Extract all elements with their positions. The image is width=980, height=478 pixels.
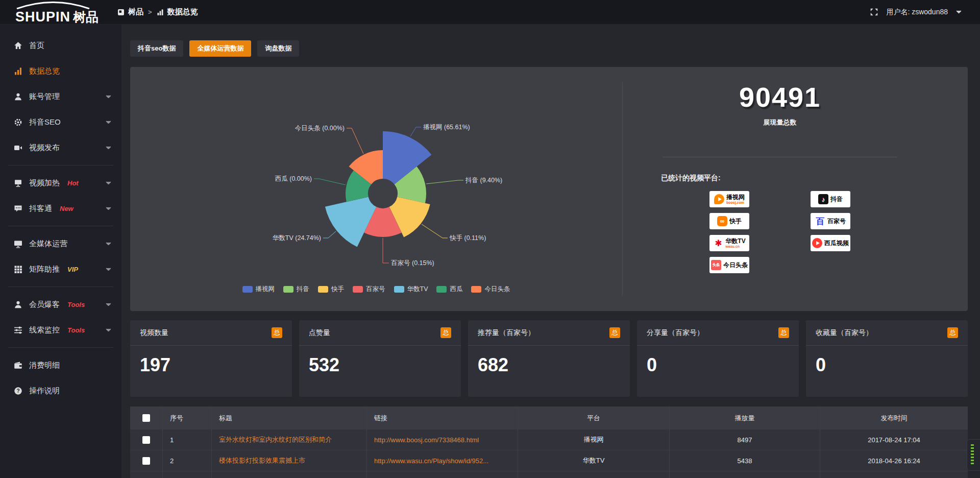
sidebar: 首页数据总览账号管理抖音SEO视频发布视频加热Hot抖客通New全媒体运营矩阵助… <box>0 25 121 478</box>
sidebar-item-账号管理[interactable]: 账号管理 <box>0 84 121 109</box>
sidebar-divider <box>8 165 113 165</box>
legend-item-抖音[interactable]: 抖音 <box>283 285 309 294</box>
sidebar-item-label: 会员爆客 <box>29 300 60 309</box>
sidebar-item-消费明细[interactable]: 消费明细 <box>0 352 121 378</box>
cell-plays: 5438 <box>670 450 820 471</box>
pie-label: 今日头条 (0.00%) <box>295 125 345 132</box>
total-badge[interactable]: 总 <box>609 327 620 338</box>
pie-label: 快手 (0.11%) <box>449 234 486 242</box>
stat-card-header: 点赞量总 <box>299 320 461 346</box>
sidebar-item-全媒体运营[interactable]: 全媒体运营 <box>0 231 121 256</box>
fullscreen-icon[interactable] <box>870 8 878 16</box>
sidebar-item-label: 矩阵助推 <box>29 265 60 274</box>
cell-link[interactable]: http://www.wasu.cn/Play/show/id/952... <box>367 450 518 471</box>
stat-card-分享量（百家号）: 分享量（百家号）总0 <box>637 320 799 397</box>
pie-slice-华数TV[interactable] <box>325 197 377 247</box>
legend-item-播视网[interactable]: 播视网 <box>242 285 275 294</box>
tab-抖音seo数据[interactable]: 抖音seo数据 <box>130 40 183 57</box>
row-checkbox[interactable] <box>142 457 150 465</box>
app-logo[interactable]: SHUPIN 树品 <box>0 0 117 25</box>
platform-logo-baijiahao[interactable]: 百百家号 <box>811 213 850 229</box>
tab-询盘数据[interactable]: 询盘数据 <box>257 40 299 57</box>
legend-item-西瓜[interactable]: 西瓜 <box>436 285 462 294</box>
gear-icon <box>14 118 22 127</box>
platform-logo-kuaishou[interactable]: ∞快手 <box>709 213 749 229</box>
breadcrumb-current[interactable]: 数据总览 <box>167 7 198 17</box>
platform-sub: wasu.cn <box>725 245 740 248</box>
legend-swatch <box>436 286 447 293</box>
table-row-partial <box>130 471 968 478</box>
legend-label: 抖音 <box>297 285 309 294</box>
xigua-icon <box>812 238 822 248</box>
total-badge[interactable]: 总 <box>778 327 789 338</box>
legend-label: 播视网 <box>256 285 275 294</box>
sidebar-item-label: 视频发布 <box>29 143 60 153</box>
username[interactable]: 用户名: zswodun88 <box>886 8 948 17</box>
total-badge[interactable]: 总 <box>947 327 958 338</box>
logo-text: SHUPIN <box>15 9 70 25</box>
cell-link[interactable]: http://www.boosj.com/7338468.html <box>367 429 518 450</box>
total-badge[interactable]: 总 <box>272 327 282 338</box>
boosj-icon <box>714 194 724 204</box>
legend-item-今日头条[interactable]: 今日头条 <box>471 285 510 294</box>
legend-item-百家号[interactable]: 百家号 <box>353 285 385 294</box>
legend-label: 百家号 <box>366 285 385 294</box>
platform-logo-wasu[interactable]: ✱华数TVwasu.cn <box>709 235 749 251</box>
platform-logo-boosj[interactable]: 播视网boosj.com <box>709 191 749 207</box>
stat-card-value: 532 <box>299 346 461 376</box>
breadcrumb-home[interactable]: 树品 <box>128 7 143 17</box>
legend-label: 华数TV <box>407 285 428 294</box>
sidebar-item-矩阵助推[interactable]: 矩阵助推VIP <box>0 256 121 282</box>
chevron-down-icon <box>106 146 111 150</box>
table-row: 2楼体投影灯投影效果震撼上市http://www.wasu.cn/Play/sh… <box>130 450 968 471</box>
floating-widget[interactable] <box>967 439 980 471</box>
sidebar-item-抖客通[interactable]: 抖客通New <box>0 196 121 221</box>
column-header-发布时间: 发布时间 <box>820 407 968 429</box>
legend-item-华数TV[interactable]: 华数TV <box>394 285 428 294</box>
topbar-right: 用户名: zswodun88 <box>870 8 980 17</box>
total-badge[interactable]: 总 <box>440 327 451 338</box>
platform-name: 快手 <box>729 218 742 225</box>
column-header-平台: 平台 <box>518 407 670 429</box>
table-header-row: 序号标题链接平台播放量发布时间 <box>130 407 968 429</box>
sidebar-item-视频发布[interactable]: 视频发布 <box>0 135 121 160</box>
sidebar-item-线索监控[interactable]: 线索监控Tools <box>0 317 121 343</box>
cell-title[interactable]: 楼体投影灯投影效果震撼上市 <box>212 450 367 471</box>
platform-logo-xigua[interactable]: 西瓜视频 <box>811 235 850 251</box>
platform-name: 华数TV <box>725 238 745 245</box>
cell-no: 2 <box>163 450 212 471</box>
platform-logo-toutiao[interactable]: 头条今日头条 <box>709 257 749 273</box>
stat-card-点赞量: 点赞量总532 <box>299 320 461 397</box>
user-icon <box>14 92 22 101</box>
pie-label: 百家号 (0.15%) <box>391 259 434 267</box>
summary-panel: 90491 展现量总数 已统计的视频平台: 播视网boosj.com♪抖音∞快手… <box>623 67 968 311</box>
checkbox-cell <box>130 450 163 471</box>
sidebar-item-抖音SEO[interactable]: 抖音SEO <box>0 109 121 135</box>
legend-swatch <box>394 286 404 293</box>
stat-card-header: 分享量（百家号）总 <box>637 320 799 346</box>
legend-label: 西瓜 <box>450 285 462 294</box>
toutiao-icon: 头条 <box>711 260 721 270</box>
row-checkbox[interactable] <box>142 414 150 422</box>
tab-bar: 抖音seo数据全媒体运营数据询盘数据 <box>130 40 968 57</box>
home-icon <box>14 41 22 50</box>
cell-time: 2018-04-26 16:24 <box>820 450 968 471</box>
row-checkbox[interactable] <box>142 436 150 444</box>
sidebar-item-数据总览[interactable]: 数据总览 <box>0 58 121 84</box>
floating-widget-bar <box>971 444 974 466</box>
chevron-down-icon[interactable] <box>956 10 962 14</box>
stat-cards: 视频数量总197点赞量总532推荐量（百家号）总682分享量（百家号）总0收藏量… <box>130 320 968 397</box>
sidebar-item-首页[interactable]: 首页 <box>0 33 121 58</box>
pie-label: 西瓜 (0.00%) <box>275 175 312 182</box>
sidebar-badge: VIP <box>67 266 78 273</box>
sidebar-item-会员爆客[interactable]: 会员爆客Tools <box>0 292 121 317</box>
cell-title[interactable]: 室外水纹灯和室内水纹灯的区别和简介 <box>212 429 367 450</box>
chart-panel: 播视网 (65.61%)抖音 (9.40%)快手 (0.11%)百家号 (0.1… <box>130 67 968 311</box>
tab-全媒体运营数据[interactable]: 全媒体运营数据 <box>189 40 251 57</box>
platform-logo-douyin[interactable]: ♪抖音 <box>811 191 850 207</box>
sidebar-item-视频加热[interactable]: 视频加热Hot <box>0 170 121 196</box>
sidebar-item-操作说明[interactable]: ?操作说明 <box>0 378 121 403</box>
platform-logo-grid: 播视网boosj.com♪抖音∞快手百百家号✱华数TVwasu.cn西瓜视频头条… <box>623 191 937 273</box>
chevron-down-icon <box>106 328 111 332</box>
legend-item-快手[interactable]: 快手 <box>318 285 344 294</box>
